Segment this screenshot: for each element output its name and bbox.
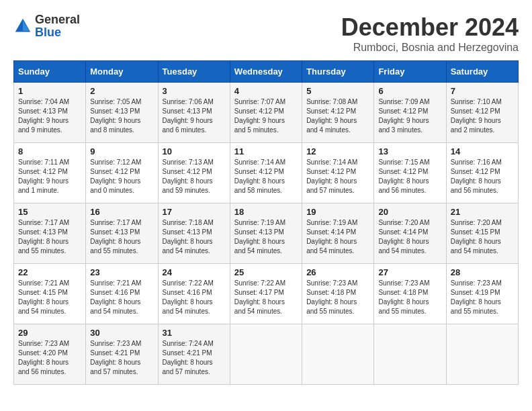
weekday-header-row: SundayMondayTuesdayWednesdayThursdayFrid… <box>14 61 519 83</box>
day-info: Sunrise: 7:10 AMSunset: 4:12 PMDaylight:… <box>451 98 502 134</box>
calendar-cell: 16 Sunrise: 7:17 AMSunset: 4:13 PMDaylig… <box>86 203 158 264</box>
day-number: 4 <box>234 86 298 96</box>
calendar-cell: 2 Sunrise: 7:05 AMSunset: 4:13 PMDayligh… <box>86 83 158 143</box>
day-number: 7 <box>451 86 514 96</box>
day-number: 19 <box>306 207 369 217</box>
calendar-cell: 10 Sunrise: 7:13 AMSunset: 4:12 PMDaylig… <box>158 143 230 203</box>
day-number: 27 <box>378 267 441 277</box>
day-number: 12 <box>306 146 369 156</box>
weekday-header-thursday: Thursday <box>302 61 374 83</box>
day-info: Sunrise: 7:07 AMSunset: 4:12 PMDaylight:… <box>234 98 285 134</box>
day-number: 1 <box>18 86 81 96</box>
calendar-cell: 22 Sunrise: 7:21 AMSunset: 4:15 PMDaylig… <box>14 264 86 324</box>
day-number: 18 <box>234 207 298 217</box>
calendar-cell: 3 Sunrise: 7:06 AMSunset: 4:13 PMDayligh… <box>158 83 230 143</box>
calendar-cell: 12 Sunrise: 7:14 AMSunset: 4:12 PMDaylig… <box>302 143 374 203</box>
day-info: Sunrise: 7:23 AMSunset: 4:19 PMDaylight:… <box>451 279 502 315</box>
calendar-cell: 24 Sunrise: 7:22 AMSunset: 4:16 PMDaylig… <box>158 264 230 324</box>
calendar-cell: 18 Sunrise: 7:19 AMSunset: 4:13 PMDaylig… <box>230 203 302 264</box>
calendar-cell: 26 Sunrise: 7:23 AMSunset: 4:18 PMDaylig… <box>302 264 374 324</box>
day-info: Sunrise: 7:14 AMSunset: 4:12 PMDaylight:… <box>234 158 285 194</box>
day-info: Sunrise: 7:13 AMSunset: 4:12 PMDaylight:… <box>163 158 214 194</box>
title-area: December 2024 Rumboci, Bosnia and Herzeg… <box>341 13 519 54</box>
day-number: 17 <box>163 207 226 217</box>
calendar-week-3: 15 Sunrise: 7:17 AMSunset: 4:13 PMDaylig… <box>14 203 519 264</box>
day-info: Sunrise: 7:08 AMSunset: 4:12 PMDaylight:… <box>306 98 357 134</box>
day-number: 8 <box>18 146 81 156</box>
calendar-cell: 17 Sunrise: 7:18 AMSunset: 4:13 PMDaylig… <box>158 203 230 264</box>
day-info: Sunrise: 7:09 AMSunset: 4:12 PMDaylight:… <box>378 98 429 134</box>
day-info: Sunrise: 7:14 AMSunset: 4:12 PMDaylight:… <box>306 158 357 194</box>
calendar-cell: 27 Sunrise: 7:23 AMSunset: 4:18 PMDaylig… <box>374 264 446 324</box>
day-info: Sunrise: 7:18 AMSunset: 4:13 PMDaylight:… <box>163 219 214 255</box>
month-title: December 2024 <box>341 13 519 42</box>
day-number: 28 <box>451 267 514 277</box>
calendar-cell <box>230 324 302 385</box>
day-info: Sunrise: 7:20 AMSunset: 4:15 PMDaylight:… <box>451 219 502 255</box>
day-info: Sunrise: 7:20 AMSunset: 4:14 PMDaylight:… <box>378 219 429 255</box>
day-info: Sunrise: 7:21 AMSunset: 4:16 PMDaylight:… <box>90 279 141 315</box>
calendar-cell: 29 Sunrise: 7:23 AMSunset: 4:20 PMDaylig… <box>14 324 86 385</box>
day-number: 31 <box>163 328 226 338</box>
day-info: Sunrise: 7:23 AMSunset: 4:20 PMDaylight:… <box>18 340 69 375</box>
day-number: 23 <box>90 267 153 277</box>
day-info: Sunrise: 7:17 AMSunset: 4:13 PMDaylight:… <box>18 219 69 255</box>
calendar-cell: 23 Sunrise: 7:21 AMSunset: 4:16 PMDaylig… <box>86 264 158 324</box>
day-number: 16 <box>90 207 153 217</box>
day-info: Sunrise: 7:22 AMSunset: 4:16 PMDaylight:… <box>163 279 214 315</box>
day-info: Sunrise: 7:21 AMSunset: 4:15 PMDaylight:… <box>18 279 69 315</box>
day-number: 26 <box>306 267 369 277</box>
calendar-cell: 1 Sunrise: 7:04 AMSunset: 4:13 PMDayligh… <box>14 83 86 143</box>
day-info: Sunrise: 7:19 AMSunset: 4:14 PMDaylight:… <box>306 219 357 255</box>
calendar-body: 1 Sunrise: 7:04 AMSunset: 4:13 PMDayligh… <box>14 83 519 385</box>
day-number: 11 <box>234 146 298 156</box>
logo-icon <box>13 17 32 36</box>
day-number: 22 <box>18 267 81 277</box>
calendar-week-5: 29 Sunrise: 7:23 AMSunset: 4:20 PMDaylig… <box>14 324 519 385</box>
day-info: Sunrise: 7:23 AMSunset: 4:18 PMDaylight:… <box>378 279 429 315</box>
calendar-cell: 7 Sunrise: 7:10 AMSunset: 4:12 PMDayligh… <box>446 83 518 143</box>
day-info: Sunrise: 7:04 AMSunset: 4:13 PMDaylight:… <box>18 98 69 134</box>
day-info: Sunrise: 7:16 AMSunset: 4:12 PMDaylight:… <box>451 158 502 194</box>
day-number: 15 <box>18 207 81 217</box>
location-title: Rumboci, Bosnia and Herzegovina <box>341 42 519 54</box>
weekday-header-tuesday: Tuesday <box>158 61 230 83</box>
day-number: 6 <box>378 86 441 96</box>
calendar-cell: 5 Sunrise: 7:08 AMSunset: 4:12 PMDayligh… <box>302 83 374 143</box>
calendar-cell: 31 Sunrise: 7:24 AMSunset: 4:21 PMDaylig… <box>158 324 230 385</box>
calendar-cell <box>302 324 374 385</box>
day-number: 2 <box>90 86 153 96</box>
calendar-cell <box>446 324 518 385</box>
day-info: Sunrise: 7:17 AMSunset: 4:13 PMDaylight:… <box>90 219 141 255</box>
calendar-cell: 4 Sunrise: 7:07 AMSunset: 4:12 PMDayligh… <box>230 83 302 143</box>
day-info: Sunrise: 7:19 AMSunset: 4:13 PMDaylight:… <box>234 219 285 255</box>
day-number: 24 <box>163 267 226 277</box>
day-number: 30 <box>90 328 153 338</box>
calendar-cell: 6 Sunrise: 7:09 AMSunset: 4:12 PMDayligh… <box>374 83 446 143</box>
header: General Blue December 2024 Rumboci, Bosn… <box>13 13 519 54</box>
weekday-header-saturday: Saturday <box>446 61 518 83</box>
logo-text-general: General <box>35 13 80 26</box>
day-number: 5 <box>306 86 369 96</box>
calendar-cell <box>374 324 446 385</box>
logo-text-blue: Blue <box>35 26 61 39</box>
calendar-week-1: 1 Sunrise: 7:04 AMSunset: 4:13 PMDayligh… <box>14 83 519 143</box>
day-info: Sunrise: 7:15 AMSunset: 4:12 PMDaylight:… <box>378 158 429 194</box>
day-number: 10 <box>163 146 226 156</box>
day-info: Sunrise: 7:23 AMSunset: 4:18 PMDaylight:… <box>306 279 357 315</box>
calendar-cell: 30 Sunrise: 7:23 AMSunset: 4:21 PMDaylig… <box>86 324 158 385</box>
day-number: 9 <box>90 146 153 156</box>
day-number: 3 <box>163 86 226 96</box>
calendar-cell: 25 Sunrise: 7:22 AMSunset: 4:17 PMDaylig… <box>230 264 302 324</box>
day-info: Sunrise: 7:06 AMSunset: 4:13 PMDaylight:… <box>163 98 214 134</box>
calendar-cell: 21 Sunrise: 7:20 AMSunset: 4:15 PMDaylig… <box>446 203 518 264</box>
day-info: Sunrise: 7:23 AMSunset: 4:21 PMDaylight:… <box>90 340 141 375</box>
calendar-cell: 20 Sunrise: 7:20 AMSunset: 4:14 PMDaylig… <box>374 203 446 264</box>
day-number: 29 <box>18 328 81 338</box>
calendar-cell: 11 Sunrise: 7:14 AMSunset: 4:12 PMDaylig… <box>230 143 302 203</box>
day-info: Sunrise: 7:22 AMSunset: 4:17 PMDaylight:… <box>234 279 285 315</box>
logo: General Blue <box>13 13 80 39</box>
calendar-cell: 28 Sunrise: 7:23 AMSunset: 4:19 PMDaylig… <box>446 264 518 324</box>
day-info: Sunrise: 7:05 AMSunset: 4:13 PMDaylight:… <box>90 98 141 134</box>
weekday-header-monday: Monday <box>86 61 158 83</box>
